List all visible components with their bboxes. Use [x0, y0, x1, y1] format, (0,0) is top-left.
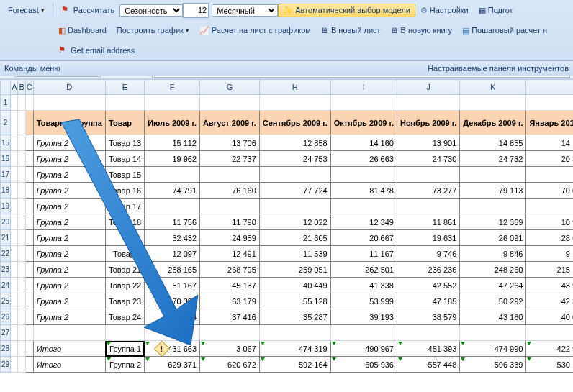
- cell[interactable]: 268 795: [200, 262, 260, 278]
- cell[interactable]: [18, 325, 25, 341]
- cell[interactable]: 40 449: [259, 278, 330, 293]
- get-email-button[interactable]: ⚑ Get email address: [53, 43, 140, 58]
- col-header[interactable]: A: [11, 80, 18, 95]
- cell[interactable]: 28 619: [526, 230, 573, 246]
- row-header[interactable]: 23: [1, 262, 11, 278]
- cell[interactable]: 42 347: [526, 293, 573, 309]
- col-header[interactable]: F: [145, 80, 200, 95]
- cell[interactable]: [33, 95, 105, 111]
- cell[interactable]: [526, 325, 573, 341]
- col-header[interactable]: C: [25, 80, 33, 95]
- cell[interactable]: [25, 278, 33, 293]
- cell[interactable]: 20 667: [330, 230, 397, 246]
- cell[interactable]: 81 478: [330, 183, 397, 199]
- cell[interactable]: [11, 214, 18, 230]
- col-header[interactable]: E: [105, 80, 144, 95]
- cell[interactable]: 14 855: [460, 135, 526, 151]
- forecast-menu[interactable]: Forecast ▾: [3, 4, 50, 17]
- cell[interactable]: [200, 325, 260, 341]
- cell[interactable]: 215 182: [526, 262, 573, 278]
- cell[interactable]: Ноябрь 2009 г.: [397, 111, 459, 135]
- cell[interactable]: 9 746: [397, 246, 459, 262]
- cell[interactable]: 43 946: [526, 278, 573, 293]
- worksheet-grid[interactable]: ABCDEFGHIJK12Товарная группаТоварИюль 20…: [0, 79, 573, 373]
- cell[interactable]: Группа 2: [33, 278, 105, 293]
- cell[interactable]: Товар 17: [105, 199, 144, 214]
- cell[interactable]: 22 737: [200, 151, 260, 167]
- cell[interactable]: 15 112: [145, 135, 200, 151]
- cell[interactable]: [145, 325, 200, 341]
- cell[interactable]: Итого: [33, 341, 105, 357]
- col-header[interactable]: H: [259, 80, 330, 95]
- cell[interactable]: 490 967: [330, 341, 397, 357]
- cell[interactable]: [25, 262, 33, 278]
- row-header[interactable]: 2: [1, 111, 11, 135]
- cell[interactable]: [18, 230, 25, 246]
- cell[interactable]: [25, 341, 33, 357]
- custom-toolbars-label[interactable]: Настраиваемые панели инструментов: [428, 64, 569, 73]
- cell[interactable]: 47 185: [397, 293, 459, 309]
- cell[interactable]: [18, 95, 25, 111]
- cell[interactable]: Группа 2: [105, 357, 144, 373]
- period-select[interactable]: Месячный: [212, 4, 278, 17]
- cell[interactable]: 12 349: [330, 214, 397, 230]
- cell[interactable]: [105, 95, 144, 111]
- seasonality-select[interactable]: Сезонность: [119, 4, 183, 17]
- cell[interactable]: [11, 357, 18, 373]
- cell[interactable]: 53 999: [330, 293, 397, 309]
- cell[interactable]: [200, 167, 260, 183]
- cell[interactable]: [18, 309, 25, 325]
- cell[interactable]: 43 180: [460, 309, 526, 325]
- row-header[interactable]: 28: [1, 341, 11, 357]
- cell[interactable]: 605 936: [330, 357, 397, 373]
- cell[interactable]: [18, 151, 25, 167]
- cell[interactable]: [460, 325, 526, 341]
- cell[interactable]: [397, 325, 459, 341]
- cell[interactable]: [11, 230, 18, 246]
- cell[interactable]: [25, 293, 33, 309]
- cell[interactable]: 14 160: [330, 135, 397, 151]
- cell[interactable]: [330, 325, 397, 341]
- prep-button[interactable]: ▦ Подгот: [474, 4, 518, 17]
- cell[interactable]: [259, 167, 330, 183]
- cell[interactable]: [259, 95, 330, 111]
- cell[interactable]: [18, 341, 25, 357]
- cell[interactable]: 32 432: [145, 230, 200, 246]
- cell[interactable]: 258 165: [145, 262, 200, 278]
- cell[interactable]: [11, 95, 18, 111]
- cell[interactable]: [11, 262, 18, 278]
- cell[interactable]: 50 292: [460, 293, 526, 309]
- cell[interactable]: [25, 151, 33, 167]
- cell[interactable]: [25, 214, 33, 230]
- cell[interactable]: [526, 167, 573, 183]
- row-header[interactable]: 22: [1, 246, 11, 262]
- cell[interactable]: [11, 135, 18, 151]
- cell[interactable]: 11 539: [259, 246, 330, 262]
- cell[interactable]: 557 448: [397, 357, 459, 373]
- cell[interactable]: [25, 230, 33, 246]
- cell[interactable]: [25, 95, 33, 111]
- cell[interactable]: 26 091: [460, 230, 526, 246]
- cell[interactable]: 422 991: [526, 341, 573, 357]
- cell[interactable]: Группа 2: [33, 246, 105, 262]
- cell[interactable]: [200, 95, 260, 111]
- cell[interactable]: 11 861: [397, 214, 459, 230]
- cell[interactable]: 74 791: [145, 183, 200, 199]
- cell[interactable]: [105, 230, 144, 246]
- row-header[interactable]: 18: [1, 183, 11, 199]
- col-header[interactable]: J: [397, 80, 459, 95]
- cell[interactable]: [11, 293, 18, 309]
- cell[interactable]: 629 371: [145, 357, 200, 373]
- cell[interactable]: [25, 167, 33, 183]
- season-n-input[interactable]: [183, 3, 209, 18]
- cell[interactable]: Группа 2: [33, 199, 105, 214]
- cell[interactable]: 451 393: [397, 341, 459, 357]
- cell[interactable]: Товарная группа: [33, 111, 105, 135]
- cell[interactable]: Группа 2: [33, 262, 105, 278]
- auto-model-button[interactable]: ✨ Автоматический выбор модели: [278, 4, 415, 17]
- cell[interactable]: 24 753: [259, 151, 330, 167]
- cell[interactable]: [18, 135, 25, 151]
- row-header[interactable]: 16: [1, 151, 11, 167]
- cell[interactable]: 70 303: [145, 293, 200, 309]
- row-header[interactable]: 24: [1, 278, 11, 293]
